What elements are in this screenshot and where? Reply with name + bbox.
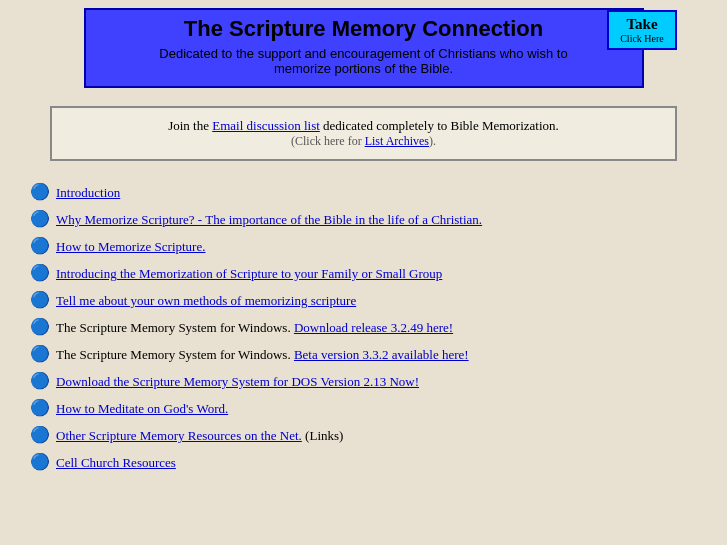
nav-item-text: Introducing the Memorization of Scriptur… [56, 266, 442, 282]
list-item: 🔵How to Memorize Scripture. [30, 233, 697, 260]
nav-item-text: Why Memorize Scripture? - The importance… [56, 212, 482, 228]
nav-item-text: The Scripture Memory System for Windows.… [56, 347, 469, 363]
bullet-icon: 🔵 [30, 238, 50, 254]
list-item: 🔵Other Scripture Memory Resources on the… [30, 422, 697, 449]
nav-link[interactable]: Download the Scripture Memory System for… [56, 374, 419, 389]
email-list-link[interactable]: Email discussion list [212, 118, 320, 133]
bullet-icon: 🔵 [30, 454, 50, 470]
take-label: Take [617, 16, 667, 33]
nav-link[interactable]: How to Meditate on God's Word. [56, 401, 228, 416]
list-item: 🔵The Scripture Memory System for Windows… [30, 341, 697, 368]
list-item: 🔵The Scripture Memory System for Windows… [30, 314, 697, 341]
nav-link[interactable]: Beta version 3.3.2 available here! [294, 347, 469, 362]
header-area: The Scripture Memory Connection Dedicate… [0, 0, 727, 96]
email-text: Join the Email discussion list dedicated… [72, 118, 655, 134]
bullet-icon: 🔵 [30, 184, 50, 200]
site-subtitle: Dedicated to the support and encourageme… [106, 46, 622, 76]
take-button[interactable]: Take Click Here [607, 10, 677, 50]
bullet-icon: 🔵 [30, 346, 50, 362]
nav-link[interactable]: Introduction [56, 185, 120, 200]
bullet-icon: 🔵 [30, 292, 50, 308]
archives-link[interactable]: List Archives [365, 134, 429, 148]
header-box: The Scripture Memory Connection Dedicate… [84, 8, 644, 88]
list-item: 🔵Introduction [30, 179, 697, 206]
site-title: The Scripture Memory Connection [106, 16, 622, 42]
bullet-icon: 🔵 [30, 400, 50, 416]
nav-link[interactable]: Other Scripture Memory Resources on the … [56, 428, 302, 443]
nav-link[interactable]: Tell me about your own methods of memori… [56, 293, 356, 308]
bullet-icon: 🔵 [30, 373, 50, 389]
email-text-before: Join the [168, 118, 212, 133]
bullet-icon: 🔵 [30, 319, 50, 335]
email-text-after: dedicated completely to Bible Memorizati… [320, 118, 559, 133]
bullet-icon: 🔵 [30, 427, 50, 443]
subtitle-line2: memorize portions of the Bible. [274, 61, 453, 76]
list-item: 🔵Tell me about your own methods of memor… [30, 287, 697, 314]
nav-item-text: How to Memorize Scripture. [56, 239, 205, 255]
click-here-label: Click Here [617, 33, 667, 44]
nav-item-text: Introduction [56, 185, 120, 201]
subtitle-line1: Dedicated to the support and encourageme… [159, 46, 567, 61]
list-item: 🔵Why Memorize Scripture? - The importanc… [30, 206, 697, 233]
bullet-icon: 🔵 [30, 211, 50, 227]
nav-item-text: Tell me about your own methods of memori… [56, 293, 356, 309]
list-item: 🔵Introducing the Memorization of Scriptu… [30, 260, 697, 287]
email-section: Join the Email discussion list dedicated… [50, 106, 677, 161]
list-item: 🔵Cell Church Resources [30, 449, 697, 476]
nav-item-text: Cell Church Resources [56, 455, 176, 471]
nav-link[interactable]: Download release 3.2.49 here! [294, 320, 453, 335]
bullet-icon: 🔵 [30, 265, 50, 281]
nav-link[interactable]: How to Memorize Scripture. [56, 239, 205, 254]
nav-item-text: The Scripture Memory System for Windows.… [56, 320, 453, 336]
nav-link[interactable]: Why Memorize Scripture? - The importance… [56, 212, 482, 227]
list-item: 🔵Download the Scripture Memory System fo… [30, 368, 697, 395]
nav-item-text: How to Meditate on God's Word. [56, 401, 228, 417]
archives-text: (Click here for List Archives). [72, 134, 655, 149]
nav-list: 🔵Introduction🔵Why Memorize Scripture? - … [0, 171, 727, 484]
nav-link[interactable]: Cell Church Resources [56, 455, 176, 470]
nav-link[interactable]: Introducing the Memorization of Scriptur… [56, 266, 442, 281]
nav-item-text: Other Scripture Memory Resources on the … [56, 428, 343, 444]
list-item: 🔵How to Meditate on God's Word. [30, 395, 697, 422]
nav-item-text: Download the Scripture Memory System for… [56, 374, 419, 390]
